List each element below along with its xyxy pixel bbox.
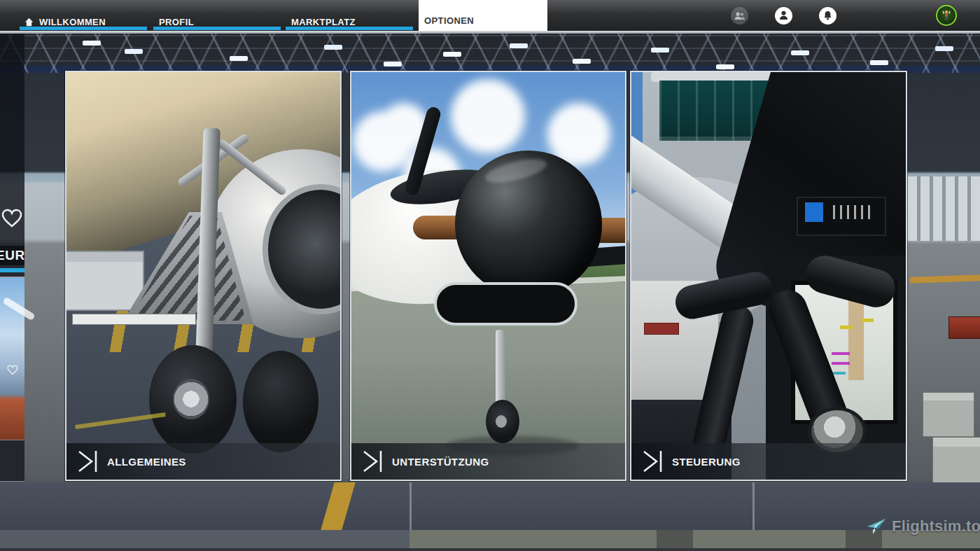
tab-active-underline	[286, 27, 413, 30]
tab-profil[interactable]: PROFIL	[153, 0, 281, 31]
favorite-heart-icon[interactable]	[1, 209, 22, 228]
options-screen: EUR WILLKOMMEN PROFIL MARKTPLATZ OPTI	[0, 0, 980, 551]
standby-display-screen	[805, 202, 823, 222]
aircraft-thumbnail[interactable]	[0, 277, 24, 440]
card-footer[interactable]: ALLGEMEINES	[66, 443, 340, 480]
topbar-avatar-wrap	[936, 0, 957, 31]
map-symbols	[861, 319, 874, 322]
floor-skirt-left	[0, 530, 410, 548]
options-card-steuerung[interactable]: STEUERUNG	[630, 71, 907, 481]
options-card-unterstuetzung[interactable]: UNTERSTÜTZUNG	[350, 71, 626, 481]
accent-underline	[0, 268, 24, 272]
card-label: UNTERSTÜTZUNG	[392, 456, 489, 468]
aircraft-thumbnail[interactable]	[0, 440, 24, 482]
tab-label: WILLKOMMEN	[34, 18, 106, 27]
ground-trailer	[72, 314, 196, 325]
warning-placard	[644, 323, 679, 335]
card-label: ALLGEMEINES	[107, 456, 186, 468]
profile-icon	[779, 11, 788, 20]
tab-label: MARKTPLATZ	[286, 18, 356, 27]
floor-seam	[410, 482, 412, 530]
card-image-landing-gear	[66, 72, 340, 480]
left-rail: EUR	[0, 34, 24, 482]
floor-strip	[0, 482, 980, 530]
cargo-crate	[932, 437, 980, 487]
chevron-right-icon	[360, 449, 384, 474]
card-footer[interactable]: STEUERUNG	[631, 443, 906, 480]
favorite-heart-icon[interactable]	[7, 365, 18, 375]
flightsim-watermark: Flightsim.to	[867, 517, 980, 536]
friends-icon	[734, 11, 746, 20]
watermark-text: Flightsim.to	[892, 517, 980, 536]
engine-intake	[434, 282, 578, 326]
chevron-right-icon	[640, 449, 664, 474]
hangar-wall-windows	[908, 176, 980, 241]
card-image-cockpit	[631, 72, 906, 480]
map-terrain	[848, 296, 864, 380]
avatar[interactable]	[936, 5, 957, 26]
tab-willkommen[interactable]: WILLKOMMEN	[20, 0, 147, 31]
nose-gear-strut	[496, 330, 505, 408]
topbar-bottom-strip	[0, 31, 980, 34]
tab-marktplatz[interactable]: MARKTPLATZ	[286, 0, 413, 31]
currency-label: EUR	[0, 246, 24, 265]
floor-shadow	[657, 530, 693, 548]
wheel-rim	[173, 379, 209, 419]
wheel-hub	[496, 415, 507, 428]
chevron-right-icon	[75, 449, 99, 474]
ceiling-lights	[83, 41, 101, 46]
bottom-edge	[0, 548, 980, 551]
topbar-icon-group	[731, 0, 836, 31]
map-symbols	[832, 352, 850, 355]
tab-label: PROFIL	[153, 18, 194, 27]
panel-buttons	[833, 205, 875, 219]
profile-button[interactable]	[775, 7, 792, 25]
bell-icon	[823, 11, 832, 20]
tab-active-underline	[153, 27, 281, 30]
card-footer[interactable]: UNTERSTÜTZUNG	[351, 443, 625, 480]
home-icon	[24, 18, 34, 27]
cargo-container	[66, 251, 144, 311]
paper-plane-icon	[867, 517, 886, 536]
card-image-turboprop	[351, 72, 625, 480]
tab-label: OPTIONEN	[419, 16, 474, 25]
ceiling-truss	[0, 34, 980, 73]
options-card-allgemeines[interactable]: ALLGEMEINES	[65, 71, 342, 481]
top-navigation-bar: WILLKOMMEN PROFIL MARKTPLATZ OPTIONEN	[0, 0, 980, 31]
floor-seam	[752, 482, 755, 530]
notifications-button[interactable]	[819, 7, 836, 25]
friends-button[interactable]	[731, 7, 748, 25]
card-label: STEUERUNG	[672, 456, 741, 468]
tab-optionen[interactable]: OPTIONEN	[419, 0, 547, 31]
cargo-crate	[923, 392, 974, 437]
gear-tire	[243, 351, 318, 452]
tool-cart	[948, 316, 980, 339]
tab-active-underline	[20, 27, 147, 30]
avatar-character-icon	[942, 10, 951, 21]
